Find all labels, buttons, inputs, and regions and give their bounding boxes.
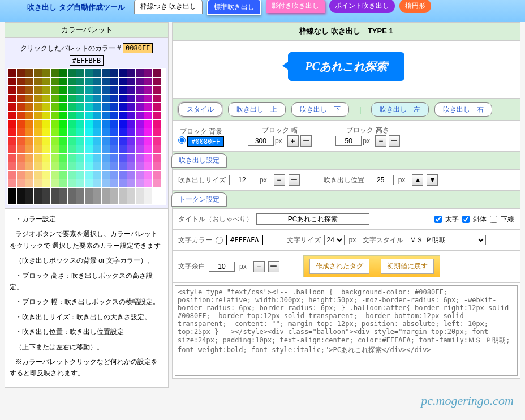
width-plus[interactable]: ＋ (287, 135, 299, 147)
color-swatch[interactable] (110, 78, 118, 85)
color-swatch[interactable] (59, 179, 67, 187)
color-swatch[interactable] (59, 137, 67, 145)
style-button[interactable]: スタイル (178, 102, 222, 117)
tab-ellipse[interactable]: 楕円形 (399, 0, 431, 13)
color-swatch[interactable] (25, 69, 33, 77)
color-swatch[interactable] (25, 95, 33, 102)
text-size-select[interactable]: 24 (324, 235, 345, 245)
color-swatch[interactable] (93, 120, 101, 128)
color-swatch[interactable] (68, 137, 76, 145)
color-swatch[interactable] (102, 128, 110, 136)
color-swatch[interactable] (68, 95, 76, 102)
color-swatch[interactable] (25, 179, 33, 187)
color-swatch[interactable] (51, 69, 59, 77)
color-swatch[interactable] (34, 86, 42, 94)
color-swatch[interactable] (76, 78, 84, 85)
color-swatch[interactable] (34, 162, 42, 170)
bold-checkbox[interactable] (434, 216, 442, 223)
color-swatch[interactable] (110, 162, 118, 170)
color-swatch[interactable] (59, 120, 67, 128)
color-swatch[interactable] (17, 112, 25, 119)
block-width-input[interactable] (248, 136, 274, 146)
balloon-size-minus[interactable]: ー (289, 174, 300, 186)
color-swatch[interactable] (85, 188, 93, 196)
color-swatch[interactable] (51, 179, 59, 187)
color-swatch[interactable] (93, 188, 101, 196)
color-swatch[interactable] (85, 86, 93, 94)
color-swatch[interactable] (51, 86, 59, 94)
color-swatch[interactable] (68, 154, 76, 162)
color-swatch[interactable] (110, 86, 118, 94)
color-swatch[interactable] (102, 196, 110, 204)
color-swatch[interactable] (68, 171, 76, 179)
color-swatch[interactable] (17, 69, 25, 77)
color-swatch[interactable] (17, 162, 25, 170)
block-height-input[interactable] (335, 136, 362, 146)
pos-left-button[interactable]: 吹き出し 左 (371, 102, 429, 117)
color-swatch[interactable] (17, 95, 25, 102)
color-swatch[interactable] (51, 188, 59, 196)
color-swatch[interactable] (34, 196, 42, 204)
color-swatch[interactable] (144, 171, 152, 179)
color-swatch[interactable] (8, 103, 16, 111)
color-swatch[interactable] (127, 145, 135, 153)
color-swatch[interactable] (25, 145, 33, 153)
color-swatch[interactable] (51, 78, 59, 85)
color-swatch[interactable] (51, 137, 59, 145)
color-swatch[interactable] (119, 162, 127, 170)
color-swatch[interactable] (59, 162, 67, 170)
color-swatch[interactable] (119, 196, 127, 204)
color-swatch[interactable] (59, 145, 67, 153)
color-swatch[interactable] (17, 78, 25, 85)
color-swatch[interactable] (153, 120, 161, 128)
color-swatch[interactable] (42, 196, 50, 204)
color-swatch[interactable] (34, 78, 42, 85)
color-swatch[interactable] (153, 179, 161, 187)
color-swatch[interactable] (144, 154, 152, 162)
color-swatch[interactable] (102, 78, 110, 85)
color-swatch[interactable] (110, 120, 118, 128)
clicked-color-value[interactable]: 0080FF (123, 43, 153, 53)
color-swatch[interactable] (110, 154, 118, 162)
color-swatch[interactable] (136, 103, 144, 111)
color-swatch[interactable] (153, 128, 161, 136)
color-swatch[interactable] (136, 69, 144, 77)
color-swatch[interactable] (153, 188, 161, 196)
color-swatch[interactable] (76, 171, 84, 179)
color-swatch[interactable] (25, 120, 33, 128)
color-swatch[interactable] (51, 95, 59, 102)
color-swatch[interactable] (68, 78, 76, 85)
color-swatch[interactable] (76, 95, 84, 102)
color-swatch[interactable] (34, 145, 42, 153)
color-swatch[interactable] (119, 78, 127, 85)
color-swatch[interactable] (8, 128, 16, 136)
color-swatch[interactable] (17, 86, 25, 94)
tab-shadow[interactable]: 影付き吹き出し (266, 0, 325, 13)
color-swatch[interactable] (8, 171, 16, 179)
color-swatch[interactable] (8, 78, 16, 85)
color-swatch[interactable] (17, 145, 25, 153)
color-swatch[interactable] (25, 188, 33, 196)
tab-bordered[interactable]: 枠線つき 吹き出し (134, 0, 203, 14)
color-swatch[interactable] (42, 103, 50, 111)
color-swatch[interactable] (110, 103, 118, 111)
color-swatch[interactable] (102, 95, 110, 102)
color-swatch[interactable] (59, 78, 67, 85)
balloon-pos-down[interactable]: ▼ (427, 174, 438, 186)
balloon-pos-up[interactable]: ▲ (412, 174, 423, 186)
color-swatch[interactable] (136, 112, 144, 119)
color-swatch[interactable] (76, 120, 84, 128)
color-swatch[interactable] (144, 120, 152, 128)
color-swatch[interactable] (17, 171, 25, 179)
color-swatch[interactable] (136, 86, 144, 94)
color-swatch[interactable] (85, 154, 93, 162)
color-swatch[interactable] (25, 154, 33, 162)
color-swatch[interactable] (76, 86, 84, 94)
color-swatch[interactable] (76, 179, 84, 187)
color-swatch[interactable] (25, 196, 33, 204)
color-swatch[interactable] (110, 171, 118, 179)
color-swatch[interactable] (110, 95, 118, 102)
pos-top-button[interactable]: 吹き出し 上 (228, 102, 286, 117)
color-swatch[interactable] (93, 154, 101, 162)
color-swatch[interactable] (153, 171, 161, 179)
